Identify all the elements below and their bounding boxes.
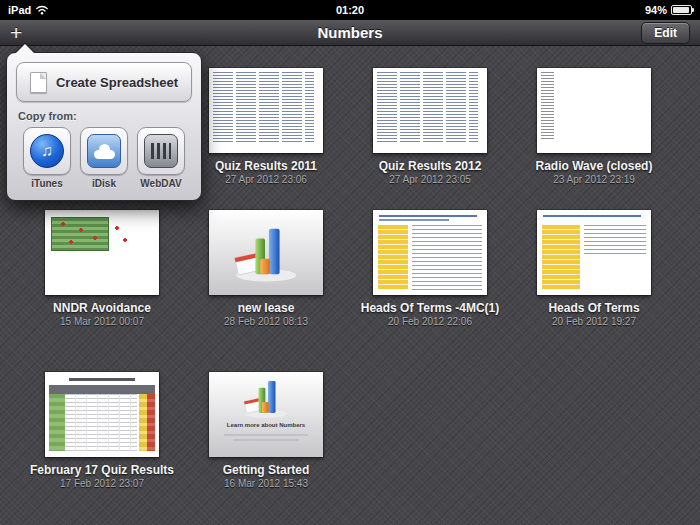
create-spreadsheet-button[interactable]: Create Spreadsheet xyxy=(16,62,192,102)
document-thumbnail[interactable] xyxy=(537,68,651,153)
document-title: NNDR Avoidance xyxy=(22,301,182,315)
document-item[interactable]: Radio Wave (closed) 23 Apr 2012 23:19 xyxy=(514,68,674,185)
document-thumbnail[interactable]: Learn more about Numbers xyxy=(209,372,323,457)
document-thumbnail[interactable] xyxy=(373,210,487,295)
thumbnail-yellow-column xyxy=(378,225,408,290)
document-item[interactable]: Quiz Results 2012 27 Apr 2012 23:05 xyxy=(350,68,510,185)
thumbnail-table-preview xyxy=(377,72,478,144)
thumbnail-header-band xyxy=(49,385,155,394)
edit-button[interactable]: Edit xyxy=(641,22,690,44)
itunes-label: iTunes xyxy=(20,178,74,189)
thumbnail-bar-chart xyxy=(209,210,323,295)
document-date: 27 Apr 2012 23:06 xyxy=(186,174,346,185)
thumbnail-text-lines xyxy=(412,225,482,290)
navigation-bar: + Numbers Edit xyxy=(0,20,700,46)
document-thumbnail[interactable] xyxy=(209,210,323,295)
thumbnail-text-column xyxy=(541,72,554,141)
thumbnail-yellow-column xyxy=(542,225,580,290)
idisk-label: iDisk xyxy=(77,178,131,189)
thumbnail-caption-line xyxy=(233,439,299,441)
create-popover: Create Spreadsheet Copy from: ♫ iTunes i… xyxy=(6,52,202,201)
status-clock: 01:20 xyxy=(0,4,700,16)
thumbnail-caption-title: Learn more about Numbers xyxy=(209,422,323,428)
battery-icon xyxy=(671,5,692,15)
numbers-document-browser: iPad 01:20 94% + Numbers Edit Quiz Resul… xyxy=(0,0,700,525)
document-title: Getting Started xyxy=(186,463,346,477)
document-title: Quiz Results 2011 xyxy=(186,159,346,173)
thumbnail-bar-chart xyxy=(209,377,323,419)
document-thumbnail[interactable] xyxy=(45,372,159,457)
document-title: Quiz Results 2012 xyxy=(350,159,510,173)
webdav-button[interactable] xyxy=(137,127,185,175)
document-date: 23 Apr 2012 23:19 xyxy=(514,174,674,185)
document-thumbnail[interactable] xyxy=(45,210,159,295)
copy-source-row: ♫ iTunes iDisk WebDAV xyxy=(16,127,192,191)
copy-source-idisk[interactable]: iDisk xyxy=(77,127,131,189)
add-document-button[interactable]: + xyxy=(10,23,22,43)
document-item[interactable]: February 17 Quiz Results 17 Feb 2012 23:… xyxy=(22,372,182,489)
document-title: Heads Of Terms -4MC(1) xyxy=(350,301,510,315)
document-date: 20 Feb 2012 19:27 xyxy=(514,316,674,327)
thumbnail-heading-line xyxy=(543,215,641,217)
thumbnail-text-lines xyxy=(584,225,646,255)
webdav-server-icon xyxy=(144,134,178,168)
new-spreadsheet-icon xyxy=(30,72,47,93)
copy-source-webdav[interactable]: WebDAV xyxy=(134,127,188,189)
thumbnail-yellow-cells xyxy=(139,394,147,451)
itunes-button[interactable]: ♫ xyxy=(23,127,71,175)
copy-source-itunes[interactable]: ♫ iTunes xyxy=(20,127,74,189)
document-thumbnail[interactable] xyxy=(537,210,651,295)
thumbnail-heading-line xyxy=(379,215,477,217)
itunes-icon: ♫ xyxy=(30,134,64,168)
document-item[interactable]: Heads Of Terms 20 Feb 2012 19:27 xyxy=(514,210,674,327)
thumbnail-table-preview xyxy=(213,72,314,144)
document-date: 15 Mar 2012 00:07 xyxy=(22,316,182,327)
thumbnail-grid-body xyxy=(65,394,137,451)
document-item[interactable]: Heads Of Terms -4MC(1) 20 Feb 2012 22:06 xyxy=(350,210,510,327)
document-item[interactable]: Learn more about Numbers Getting Started… xyxy=(186,372,346,489)
document-thumbnail[interactable] xyxy=(373,68,487,153)
idisk-cloud-icon xyxy=(87,134,121,168)
create-spreadsheet-label: Create Spreadsheet xyxy=(56,75,178,90)
thumbnail-caption-line xyxy=(224,434,308,436)
thumbnail-heading-line xyxy=(379,219,449,221)
thumbnail-title-line xyxy=(69,378,135,381)
document-date: 28 Feb 2012 08:13 xyxy=(186,316,346,327)
idisk-button[interactable] xyxy=(80,127,128,175)
document-title: new lease xyxy=(186,301,346,315)
document-title: Radio Wave (closed) xyxy=(514,159,674,173)
document-thumbnail[interactable] xyxy=(209,68,323,153)
document-item[interactable]: NNDR Avoidance 15 Mar 2012 00:07 xyxy=(22,210,182,327)
thumbnail-green-column xyxy=(49,394,65,451)
thumbnail-red-dots xyxy=(45,210,159,295)
app-title: Numbers xyxy=(0,24,700,41)
webdav-label: WebDAV xyxy=(134,178,188,189)
document-item[interactable]: new lease 28 Feb 2012 08:13 xyxy=(186,210,346,327)
document-title: Heads Of Terms xyxy=(514,301,674,315)
document-date: 27 Apr 2012 23:05 xyxy=(350,174,510,185)
document-date: 20 Feb 2012 22:06 xyxy=(350,316,510,327)
document-date: 17 Feb 2012 23:07 xyxy=(22,478,182,489)
thumbnail-red-cells xyxy=(147,394,155,451)
copy-from-label: Copy from: xyxy=(18,110,190,122)
popover-arrow xyxy=(15,44,35,54)
status-bar: iPad 01:20 94% xyxy=(0,0,700,20)
document-date: 16 Mar 2012 15:43 xyxy=(186,478,346,489)
document-item[interactable]: Quiz Results 2011 27 Apr 2012 23:06 xyxy=(186,68,346,185)
document-title: February 17 Quiz Results xyxy=(22,463,182,477)
